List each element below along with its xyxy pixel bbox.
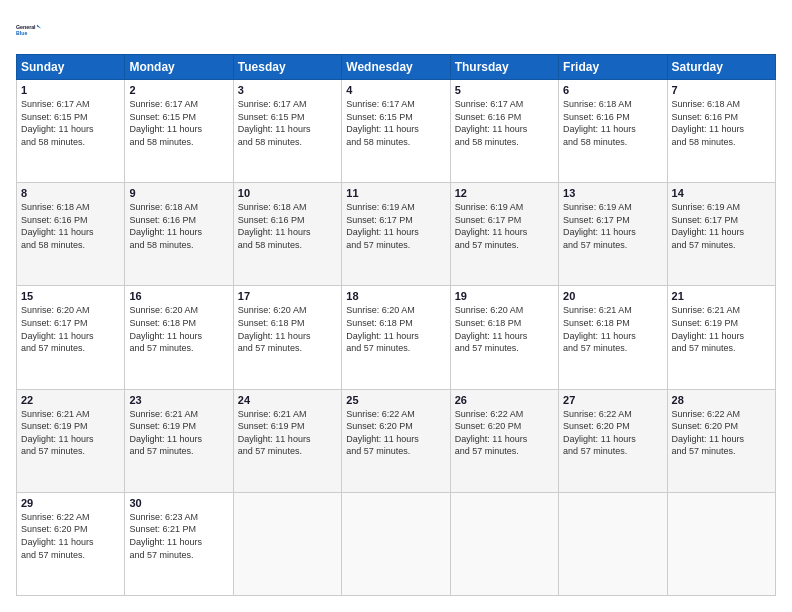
svg-text:Blue: Blue (16, 30, 27, 36)
day-number: 23 (129, 394, 228, 406)
daylight-label: Daylight: 11 hours (129, 124, 202, 134)
day-info: Sunrise: 6:20 AM Sunset: 6:18 PM Dayligh… (346, 304, 445, 354)
sunrise-label: Sunrise: 6:17 AM (129, 99, 198, 109)
day-info: Sunrise: 6:18 AM Sunset: 6:16 PM Dayligh… (129, 201, 228, 251)
week-row-4: 22 Sunrise: 6:21 AM Sunset: 6:19 PM Dayl… (17, 389, 776, 492)
daylight-label: Daylight: 11 hours (21, 434, 94, 444)
sunset-label: Sunset: 6:16 PM (672, 112, 739, 122)
sunset-label: Sunset: 6:15 PM (238, 112, 305, 122)
daylight-minutes: and 58 minutes. (129, 137, 193, 147)
sunrise-label: Sunrise: 6:19 AM (563, 202, 632, 212)
sunset-label: Sunset: 6:17 PM (455, 215, 522, 225)
sunrise-label: Sunrise: 6:18 AM (563, 99, 632, 109)
sunrise-label: Sunrise: 6:17 AM (238, 99, 307, 109)
day-header-monday: Monday (125, 55, 233, 80)
day-cell: 20 Sunrise: 6:21 AM Sunset: 6:18 PM Dayl… (559, 286, 667, 389)
day-cell: 2 Sunrise: 6:17 AM Sunset: 6:15 PM Dayli… (125, 80, 233, 183)
daylight-label: Daylight: 11 hours (455, 227, 528, 237)
daylight-minutes: and 58 minutes. (672, 137, 736, 147)
day-info: Sunrise: 6:19 AM Sunset: 6:17 PM Dayligh… (563, 201, 662, 251)
day-number: 28 (672, 394, 771, 406)
sunrise-label: Sunrise: 6:21 AM (21, 409, 90, 419)
sunset-label: Sunset: 6:16 PM (563, 112, 630, 122)
day-cell: 23 Sunrise: 6:21 AM Sunset: 6:19 PM Dayl… (125, 389, 233, 492)
day-number: 16 (129, 290, 228, 302)
daylight-minutes: and 57 minutes. (346, 240, 410, 250)
day-info: Sunrise: 6:19 AM Sunset: 6:17 PM Dayligh… (672, 201, 771, 251)
day-header-thursday: Thursday (450, 55, 558, 80)
sunset-label: Sunset: 6:19 PM (129, 421, 196, 431)
daylight-minutes: and 57 minutes. (21, 446, 85, 456)
sunset-label: Sunset: 6:20 PM (672, 421, 739, 431)
day-cell: 19 Sunrise: 6:20 AM Sunset: 6:18 PM Dayl… (450, 286, 558, 389)
daylight-label: Daylight: 11 hours (346, 227, 419, 237)
day-cell: 15 Sunrise: 6:20 AM Sunset: 6:17 PM Dayl… (17, 286, 125, 389)
daylight-minutes: and 57 minutes. (21, 550, 85, 560)
day-info: Sunrise: 6:17 AM Sunset: 6:15 PM Dayligh… (238, 98, 337, 148)
sunrise-label: Sunrise: 6:17 AM (455, 99, 524, 109)
day-number: 1 (21, 84, 120, 96)
day-number: 24 (238, 394, 337, 406)
day-number: 19 (455, 290, 554, 302)
daylight-label: Daylight: 11 hours (238, 227, 311, 237)
day-info: Sunrise: 6:17 AM Sunset: 6:16 PM Dayligh… (455, 98, 554, 148)
day-number: 8 (21, 187, 120, 199)
daylight-minutes: and 57 minutes. (346, 446, 410, 456)
page: GeneralBlue SundayMondayTuesdayWednesday… (0, 0, 792, 612)
daylight-minutes: and 58 minutes. (21, 137, 85, 147)
day-info: Sunrise: 6:21 AM Sunset: 6:18 PM Dayligh… (563, 304, 662, 354)
daylight-label: Daylight: 11 hours (455, 124, 528, 134)
daylight-minutes: and 57 minutes. (238, 446, 302, 456)
day-number: 15 (21, 290, 120, 302)
day-cell: 22 Sunrise: 6:21 AM Sunset: 6:19 PM Dayl… (17, 389, 125, 492)
day-info: Sunrise: 6:17 AM Sunset: 6:15 PM Dayligh… (21, 98, 120, 148)
day-number: 2 (129, 84, 228, 96)
day-cell (233, 492, 341, 595)
day-number: 14 (672, 187, 771, 199)
daylight-label: Daylight: 11 hours (238, 434, 311, 444)
daylight-minutes: and 57 minutes. (672, 446, 736, 456)
daylight-minutes: and 57 minutes. (129, 343, 193, 353)
sunset-label: Sunset: 6:20 PM (21, 524, 88, 534)
sunrise-label: Sunrise: 6:18 AM (672, 99, 741, 109)
day-cell: 14 Sunrise: 6:19 AM Sunset: 6:17 PM Dayl… (667, 183, 775, 286)
day-info: Sunrise: 6:21 AM Sunset: 6:19 PM Dayligh… (129, 408, 228, 458)
day-number: 4 (346, 84, 445, 96)
daylight-minutes: and 58 minutes. (346, 137, 410, 147)
day-info: Sunrise: 6:17 AM Sunset: 6:15 PM Dayligh… (346, 98, 445, 148)
sunset-label: Sunset: 6:19 PM (21, 421, 88, 431)
day-cell: 3 Sunrise: 6:17 AM Sunset: 6:15 PM Dayli… (233, 80, 341, 183)
sunset-label: Sunset: 6:16 PM (455, 112, 522, 122)
day-info: Sunrise: 6:20 AM Sunset: 6:17 PM Dayligh… (21, 304, 120, 354)
daylight-minutes: and 58 minutes. (563, 137, 627, 147)
day-number: 5 (455, 84, 554, 96)
daylight-label: Daylight: 11 hours (21, 331, 94, 341)
daylight-minutes: and 58 minutes. (238, 137, 302, 147)
sunrise-label: Sunrise: 6:21 AM (563, 305, 632, 315)
day-number: 27 (563, 394, 662, 406)
sunrise-label: Sunrise: 6:22 AM (672, 409, 741, 419)
sunset-label: Sunset: 6:15 PM (346, 112, 413, 122)
sunset-label: Sunset: 6:16 PM (238, 215, 305, 225)
day-cell: 5 Sunrise: 6:17 AM Sunset: 6:16 PM Dayli… (450, 80, 558, 183)
day-number: 18 (346, 290, 445, 302)
day-cell: 1 Sunrise: 6:17 AM Sunset: 6:15 PM Dayli… (17, 80, 125, 183)
day-header-saturday: Saturday (667, 55, 775, 80)
calendar-header-row: SundayMondayTuesdayWednesdayThursdayFrid… (17, 55, 776, 80)
sunset-label: Sunset: 6:20 PM (346, 421, 413, 431)
daylight-minutes: and 57 minutes. (563, 343, 627, 353)
day-cell: 10 Sunrise: 6:18 AM Sunset: 6:16 PM Dayl… (233, 183, 341, 286)
daylight-label: Daylight: 11 hours (238, 124, 311, 134)
sunset-label: Sunset: 6:18 PM (455, 318, 522, 328)
day-info: Sunrise: 6:22 AM Sunset: 6:20 PM Dayligh… (672, 408, 771, 458)
sunrise-label: Sunrise: 6:20 AM (238, 305, 307, 315)
day-cell: 8 Sunrise: 6:18 AM Sunset: 6:16 PM Dayli… (17, 183, 125, 286)
daylight-minutes: and 57 minutes. (129, 550, 193, 560)
day-header-sunday: Sunday (17, 55, 125, 80)
day-number: 21 (672, 290, 771, 302)
day-info: Sunrise: 6:17 AM Sunset: 6:15 PM Dayligh… (129, 98, 228, 148)
daylight-minutes: and 57 minutes. (672, 240, 736, 250)
week-row-3: 15 Sunrise: 6:20 AM Sunset: 6:17 PM Dayl… (17, 286, 776, 389)
day-info: Sunrise: 6:20 AM Sunset: 6:18 PM Dayligh… (238, 304, 337, 354)
day-cell: 27 Sunrise: 6:22 AM Sunset: 6:20 PM Dayl… (559, 389, 667, 492)
